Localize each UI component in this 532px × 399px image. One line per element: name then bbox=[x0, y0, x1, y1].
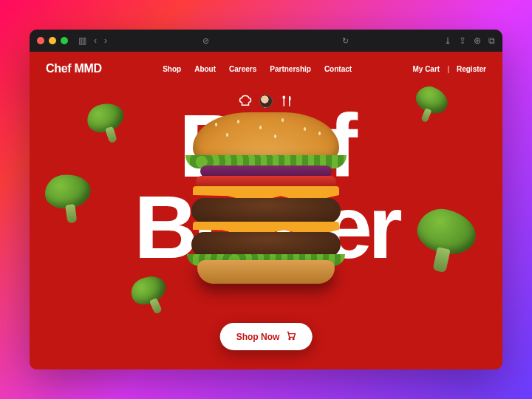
nav-link-careers[interactable]: Careers bbox=[229, 65, 256, 73]
download-icon[interactable]: ⤓ bbox=[444, 35, 451, 46]
sidebar-toggle-icon[interactable]: ▥ bbox=[78, 35, 86, 46]
new-tab-icon[interactable]: ⊕ bbox=[474, 35, 481, 46]
nav-right: My Cart | Register bbox=[412, 65, 486, 73]
broccoli-decoration bbox=[409, 205, 480, 278]
svg-point-1 bbox=[293, 338, 294, 340]
register-link[interactable]: Register bbox=[457, 65, 486, 73]
nav-link-partnership[interactable]: Partnership bbox=[270, 65, 311, 73]
broccoli-decoration bbox=[126, 270, 174, 320]
page-content: Chef MMD Shop About Careers Partnership … bbox=[30, 52, 502, 369]
cta-label: Shop Now bbox=[236, 332, 280, 342]
avatar-icon bbox=[259, 95, 273, 108]
shop-now-button[interactable]: Shop Now bbox=[220, 323, 313, 350]
nav-divider: | bbox=[447, 65, 449, 73]
utensils-icon bbox=[280, 95, 293, 108]
browser-titlebar: ▥ ‹ › ⊘ ↻ ⤓ ⇪ ⊕ ⧉ bbox=[30, 30, 502, 52]
shield-icon[interactable]: ⊘ bbox=[202, 36, 209, 46]
main-nav: Chef MMD Shop About Careers Partnership … bbox=[30, 52, 502, 86]
site-logo[interactable]: Chef MMD bbox=[46, 62, 102, 75]
cart-icon bbox=[285, 330, 296, 343]
share-icon[interactable]: ⇪ bbox=[459, 35, 466, 46]
hero-icon-row bbox=[30, 95, 502, 108]
nav-forward-icon[interactable]: › bbox=[104, 35, 107, 46]
svg-point-0 bbox=[289, 338, 290, 340]
my-cart-link[interactable]: My Cart bbox=[412, 65, 440, 73]
browser-window: ▥ ‹ › ⊘ ↻ ⤓ ⇪ ⊕ ⧉ Chef MMD Shop About Ca… bbox=[30, 30, 502, 369]
window-maximize-icon[interactable] bbox=[61, 37, 68, 44]
tabs-icon[interactable]: ⧉ bbox=[488, 35, 495, 46]
nav-link-about[interactable]: About bbox=[194, 65, 216, 73]
nav-back-icon[interactable]: ‹ bbox=[94, 35, 97, 46]
nav-link-contact[interactable]: Contact bbox=[324, 65, 352, 73]
burger-image bbox=[181, 112, 351, 282]
nav-link-shop[interactable]: Shop bbox=[163, 65, 181, 73]
window-minimize-icon[interactable] bbox=[49, 37, 56, 44]
window-close-icon[interactable] bbox=[37, 37, 44, 44]
broccoli-decoration bbox=[43, 171, 95, 226]
refresh-icon[interactable]: ↻ bbox=[342, 36, 349, 46]
nav-menu: Shop About Careers Partnership Contact bbox=[163, 65, 352, 73]
chef-hat-icon bbox=[239, 95, 252, 108]
